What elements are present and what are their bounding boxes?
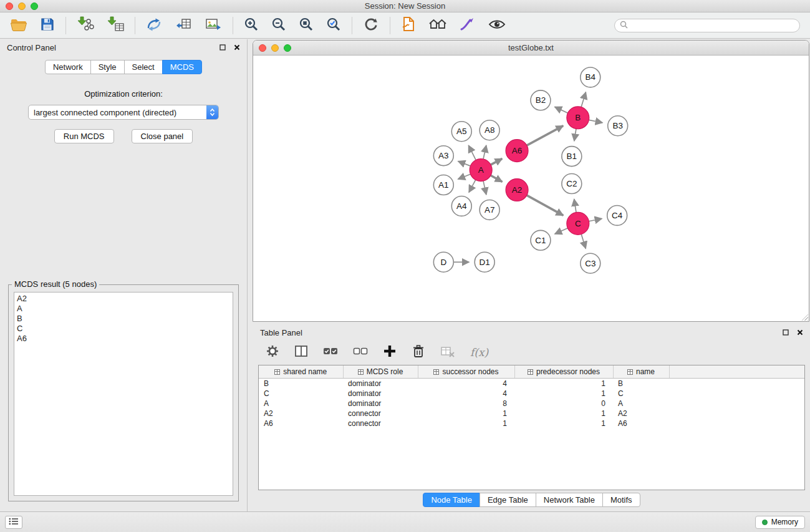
graph-edge-A-A1[interactable] (458, 174, 470, 179)
graph-node-D[interactable]: D (433, 252, 453, 272)
show-columns-button[interactable] (294, 344, 308, 360)
graph-edge-A-A6[interactable] (491, 158, 502, 165)
graph-edge-A-A3[interactable] (458, 162, 471, 167)
import-network-button[interactable] (75, 15, 96, 36)
zoom-selected-button[interactable] (324, 16, 343, 35)
criterion-dropdown[interactable]: largest connected component (directed) (28, 105, 219, 120)
style-brush-button[interactable] (458, 16, 478, 35)
mcds-result-item[interactable]: A6 (17, 334, 230, 344)
table-settings-button[interactable] (266, 344, 279, 360)
mcds-result-item[interactable]: A (17, 304, 230, 314)
zoom-in-button[interactable] (242, 16, 261, 35)
close-table-panel-icon[interactable] (797, 329, 803, 336)
graph-edge-C-C1[interactable] (555, 228, 568, 234)
run-mcds-button[interactable]: Run MCDS (54, 129, 114, 143)
deselect-all-button[interactable] (353, 344, 368, 360)
graph-node-B[interactable]: B (567, 107, 589, 129)
show-hide-button[interactable] (486, 16, 508, 34)
column-header-predecessor-nodes[interactable]: predecessor nodes (514, 365, 613, 378)
search-input[interactable] (632, 21, 794, 30)
network-minimize-button[interactable] (271, 44, 279, 52)
table-tab-node-table[interactable]: Node Table (423, 493, 480, 507)
graph-edge-B-B2[interactable] (555, 107, 568, 113)
graph-node-B2[interactable]: B2 (531, 90, 551, 110)
graph-node-B4[interactable]: B4 (581, 67, 600, 87)
graph-edge-A-A4[interactable] (469, 180, 476, 192)
graph-node-A4[interactable]: A4 (451, 196, 471, 216)
network-zoom-button[interactable] (284, 44, 291, 52)
graph-edge-A2-C[interactable] (527, 195, 563, 215)
open-session-button[interactable] (8, 16, 29, 35)
graph-node-A8[interactable]: A8 (480, 120, 499, 140)
close-panel-button[interactable]: Close panel (132, 129, 193, 143)
new-network-button[interactable] (144, 16, 164, 35)
graph-node-A3[interactable]: A3 (433, 146, 453, 166)
mcds-result-item[interactable]: A2 (17, 294, 230, 304)
table-row[interactable]: Cdominator41C (259, 389, 804, 399)
table-row[interactable]: A2connector11A2 (259, 409, 804, 418)
graph-node-A5[interactable]: A5 (451, 122, 471, 142)
graph-node-A7[interactable]: A7 (480, 200, 499, 220)
table-row[interactable]: Adominator80A (259, 399, 804, 409)
graph-edge-A-A7[interactable] (483, 181, 486, 195)
network-close-button[interactable] (259, 44, 266, 52)
graph-node-C3[interactable]: C3 (581, 253, 600, 273)
graph-edge-A6-B[interactable] (527, 126, 563, 146)
graph-node-A2[interactable]: A2 (506, 179, 528, 201)
graph-node-C1[interactable]: C1 (531, 230, 551, 250)
graph-edge-B-B1[interactable] (574, 129, 576, 142)
zoom-window-button[interactable] (31, 2, 38, 10)
export-image-button[interactable] (203, 16, 224, 35)
table-tab-network-table[interactable]: Network Table (536, 493, 603, 507)
column-header-shared-name[interactable]: shared name (259, 365, 343, 378)
select-all-button[interactable] (323, 344, 338, 360)
network-from-table-button[interactable] (173, 16, 194, 35)
delete-table-button[interactable] (440, 344, 455, 360)
zoom-fit-button[interactable] (297, 16, 316, 35)
memory-button[interactable]: Memory (755, 516, 805, 529)
graph-edge-C-C2[interactable] (574, 199, 576, 212)
table-tab-edge-table[interactable]: Edge Table (480, 493, 536, 507)
graph-node-C[interactable]: C (567, 212, 589, 235)
mcds-result-item[interactable]: B (17, 314, 230, 324)
graph-edge-C-C4[interactable] (589, 218, 602, 221)
control-tab-mcds[interactable]: MCDS (162, 60, 202, 74)
float-table-panel-icon[interactable] (783, 329, 789, 336)
delete-column-button[interactable] (412, 344, 425, 361)
graph-edge-B-B3[interactable] (589, 120, 602, 122)
column-header-name[interactable]: name (613, 365, 669, 378)
column-header-MCDS-role[interactable]: MCDS role (343, 365, 418, 378)
graph-node-B1[interactable]: B1 (562, 147, 582, 167)
graph-edge-C-C3[interactable] (581, 235, 586, 249)
graph-node-A1[interactable]: A1 (433, 175, 453, 195)
table-tab-motifs[interactable]: Motifs (602, 493, 640, 507)
function-builder-button[interactable]: f(x) (470, 346, 488, 359)
save-session-button[interactable] (38, 16, 57, 35)
float-panel-icon[interactable] (219, 44, 226, 51)
graph-node-D1[interactable]: D1 (475, 252, 494, 272)
graph-node-A6[interactable]: A6 (506, 140, 528, 162)
table-row[interactable]: Bdominator41B (259, 378, 804, 389)
close-panel-icon[interactable] (234, 44, 240, 51)
control-tab-select[interactable]: Select (124, 60, 163, 74)
minimize-window-button[interactable] (18, 2, 26, 10)
graph-node-B3[interactable]: B3 (608, 116, 628, 136)
mcds-result-item[interactable]: C (17, 324, 230, 334)
graph-edge-A-A2[interactable] (491, 175, 503, 181)
control-tab-style[interactable]: Style (90, 60, 125, 74)
close-window-button[interactable] (6, 2, 13, 10)
graph-edge-B-B4[interactable] (581, 92, 586, 107)
graph-node-C2[interactable]: C2 (562, 174, 582, 194)
open-document-button[interactable] (399, 15, 418, 36)
graph-edge-A-A8[interactable] (483, 145, 486, 159)
refresh-button[interactable] (361, 16, 381, 35)
import-table-button[interactable] (105, 15, 126, 36)
table-row[interactable]: A6connector11A6 (259, 418, 804, 428)
zoom-out-button[interactable] (269, 16, 288, 35)
home-button[interactable] (427, 16, 449, 35)
column-header-successor-nodes[interactable]: successor nodes (418, 365, 514, 378)
graph-node-A[interactable]: A (470, 159, 492, 181)
graph-node-C4[interactable]: C4 (607, 205, 627, 225)
task-history-button[interactable] (5, 516, 22, 529)
control-tab-network[interactable]: Network (45, 60, 91, 74)
